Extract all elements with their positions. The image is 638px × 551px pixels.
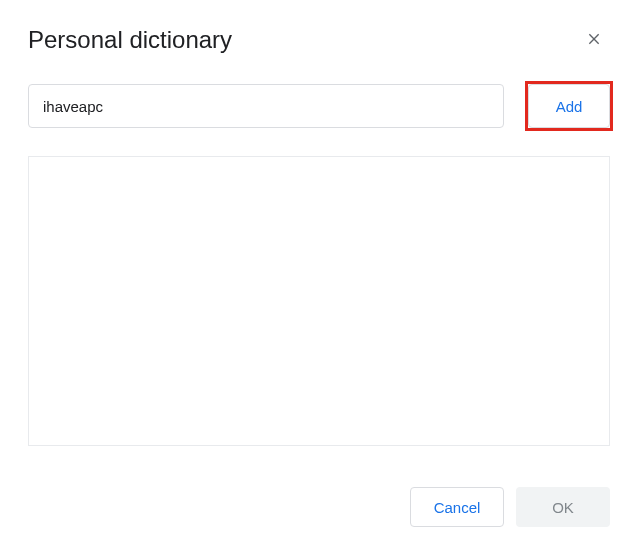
ok-button[interactable]: OK — [516, 487, 610, 527]
word-input[interactable] — [28, 84, 504, 128]
close-button[interactable] — [578, 24, 610, 56]
dialog-title: Personal dictionary — [28, 26, 232, 54]
word-list[interactable] — [28, 156, 610, 446]
close-icon — [586, 31, 602, 50]
add-button[interactable]: Add — [528, 84, 610, 128]
cancel-button[interactable]: Cancel — [410, 487, 504, 527]
